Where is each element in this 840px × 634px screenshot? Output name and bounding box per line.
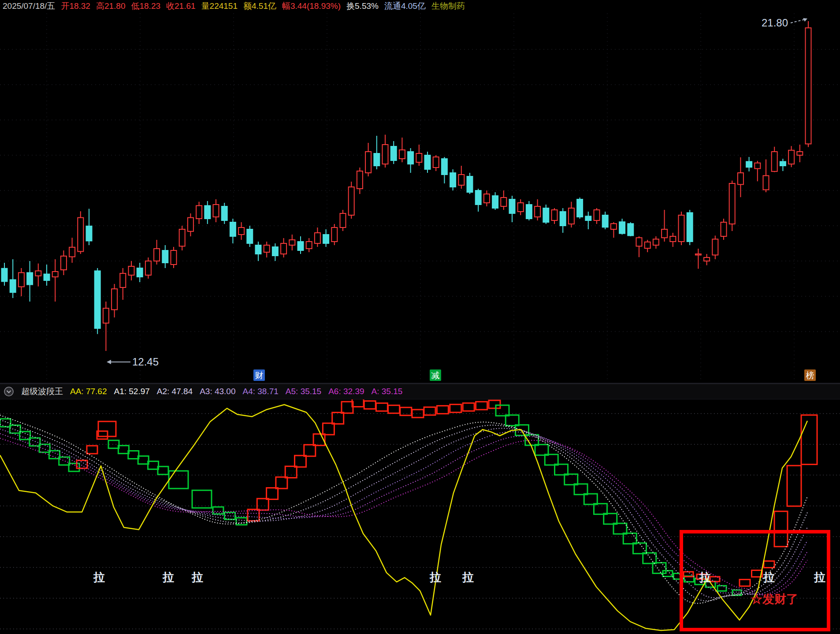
collapse-icon[interactable] — [4, 386, 14, 397]
candle-body — [399, 150, 405, 159]
indicator-value: A5: 35.15 — [286, 387, 321, 396]
indicator-value: A3: 43.00 — [200, 387, 235, 396]
wave-box-red — [267, 488, 278, 499]
candle-body — [374, 153, 379, 166]
candle-body — [416, 153, 422, 162]
indicator-value: A4: 38.71 — [242, 387, 278, 396]
wave-box-red — [774, 511, 788, 547]
wave-box-green — [623, 533, 636, 544]
candle-body — [112, 289, 117, 310]
event-marker-text: 减 — [431, 371, 440, 380]
candle-body — [780, 161, 786, 166]
candle-body — [306, 242, 312, 249]
wave-box-red — [332, 412, 344, 424]
event-marker-text: 榜 — [806, 371, 814, 380]
candle-body — [315, 233, 320, 243]
wave-box-green — [69, 463, 79, 471]
candle-body — [569, 208, 574, 224]
candle-body — [788, 150, 794, 164]
candle-body — [52, 272, 58, 277]
candle-body — [10, 280, 16, 292]
pull-signal-label: 拉 — [162, 571, 174, 584]
wave-box-green — [20, 432, 30, 440]
indicator-title: 超级波段王 — [21, 386, 63, 397]
info-segment: 额4.51亿 — [243, 0, 276, 12]
candle-body — [738, 173, 743, 184]
candle-body — [797, 152, 803, 155]
wave-box-red — [437, 406, 448, 414]
candle-body — [298, 242, 304, 250]
wave-box-green — [192, 490, 212, 508]
pull-signal-label: 拉 — [699, 571, 711, 584]
candle-body — [619, 222, 625, 233]
wave-box-green — [717, 586, 726, 591]
candle-body — [442, 159, 447, 175]
candle-body — [383, 145, 388, 164]
candle-body — [594, 210, 600, 220]
wave-box-green — [39, 444, 50, 452]
indicator-header: 超级波段王 AA: 77.62A1: 52.97A2: 47.84A3: 43.… — [0, 384, 840, 399]
wave-box-red — [388, 405, 400, 413]
wave-box-red — [87, 446, 97, 454]
candle-body — [526, 205, 532, 219]
ribbon-line-A1 — [0, 415, 807, 603]
wave-box-red — [285, 466, 297, 478]
candle-body — [171, 250, 177, 265]
wave-box-green — [128, 451, 139, 459]
low-price-label: 12.45 — [132, 356, 159, 368]
wave-box-green — [30, 438, 40, 446]
wave-box-red — [764, 561, 774, 568]
candle-body — [602, 215, 608, 227]
candle-body — [129, 266, 134, 275]
candle-body — [712, 239, 718, 255]
candle-body — [585, 216, 591, 220]
candle-body — [247, 229, 253, 243]
indicator-value: AA: 77.62 — [70, 387, 107, 396]
candle-body — [349, 187, 354, 215]
indicator-value: A: 35.15 — [372, 387, 403, 396]
fortune-signal-label: ☆发财了 — [751, 593, 798, 606]
low-arrow-head — [107, 360, 111, 364]
wave-box-green — [236, 518, 247, 525]
candle-body — [2, 269, 7, 282]
candle-body — [323, 235, 329, 243]
candle-body — [679, 215, 684, 242]
info-segment: 开18.32 — [61, 0, 90, 12]
wave-box-red — [304, 445, 316, 456]
candle-body — [19, 272, 24, 287]
candle-body — [695, 254, 701, 255]
candle-body — [687, 213, 693, 242]
wave-box-green — [10, 425, 20, 433]
wave-box-green — [653, 563, 666, 573]
candle-body — [264, 245, 270, 252]
candle-body — [670, 236, 676, 242]
ribbon-lines-layer — [0, 415, 807, 603]
info-segment: 流通4.05亿 — [384, 0, 426, 12]
candle-body — [552, 210, 558, 220]
candle-body — [365, 152, 371, 173]
wave-box-green — [574, 484, 587, 495]
candle-body — [256, 245, 261, 254]
candle-body — [137, 268, 143, 277]
indicator-value: A2: 47.84 — [157, 387, 193, 396]
candle-body — [281, 243, 286, 254]
event-marker-text: 财 — [255, 371, 264, 380]
wave-box-green — [496, 405, 509, 416]
candle-body — [509, 199, 515, 213]
info-segment: 高21.80 — [96, 0, 126, 12]
wave-box-green — [584, 494, 597, 504]
pull-signal-label: 拉 — [191, 571, 203, 584]
wave-box-green — [138, 456, 149, 464]
candle-body — [331, 227, 337, 242]
ribbon-line-A5 — [0, 433, 807, 595]
candle-body — [721, 222, 727, 236]
candle-body — [78, 218, 83, 252]
pull-signal-label: 拉 — [93, 571, 105, 584]
candle-body — [518, 203, 524, 212]
wave-box-green — [555, 464, 568, 475]
candle-body — [628, 224, 633, 235]
wave-box-green — [633, 543, 647, 554]
wave-box-red — [489, 400, 500, 408]
wave-box-green — [49, 451, 59, 459]
wave-box-green — [643, 553, 656, 563]
